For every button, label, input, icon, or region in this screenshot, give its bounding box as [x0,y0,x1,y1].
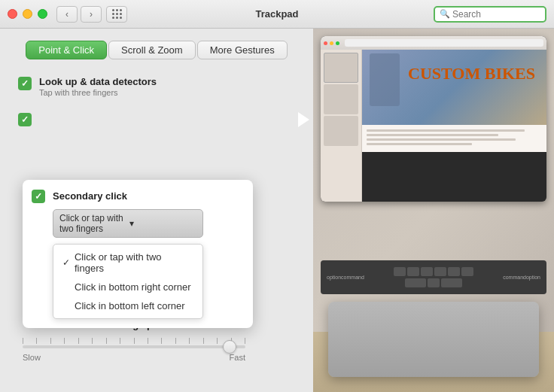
secondary-checkbox[interactable] [32,190,45,203]
minimize-button[interactable] [23,9,32,19]
menu-item-label-1: Click in bottom right corner [75,281,191,293]
slow-label: Slow [23,353,41,362]
key-2 [421,267,433,276]
check-icon: ✓ [62,257,75,268]
grid-icon [112,9,122,19]
key-0 [394,267,406,276]
website-sidebar [321,50,362,202]
lookup-text: Look up & data detectors Tap with three … [39,76,157,97]
slider-container: Slow Fast [15,338,253,362]
main-content: Point & Click Scroll & Zoom More Gesture… [0,29,554,392]
website-body [362,125,546,152]
traffic-lights [8,9,47,19]
lookup-checkbox[interactable] [18,77,32,90]
tab-point-click[interactable]: Point & Click [26,41,107,59]
keyboard-preview: option command [321,260,546,294]
trackpad-image [328,302,539,377]
text-line-3 [367,143,472,145]
hero-figure [370,53,400,106]
key-wide-1 [441,278,462,287]
keyboard-left: option [327,275,341,280]
menu-item-bottom-left[interactable]: Click in bottom left corner [53,296,202,315]
command-label-right: command [503,275,526,280]
option-label-left: option [327,275,341,280]
browser-maximize-dot [336,41,339,45]
maximize-button[interactable] [38,9,47,19]
dropdown-area: Click or tap with two fingers ▾ ✓ Click … [32,209,244,319]
right-panel: CUSTOM BIKES option [313,29,554,392]
extra-checkbox[interactable] [18,113,32,126]
grid-view-button[interactable] [106,6,127,23]
slider-thumb[interactable] [223,340,236,354]
dropdown-menu: ✓ Click or tap with two fingers Click in… [53,244,203,319]
key-1 [407,267,419,276]
keyboard-center-left: command [341,275,364,280]
text-line-0 [367,129,525,132]
lookup-item: Look up & data detectors Tap with three … [15,71,298,102]
close-button[interactable] [8,9,17,19]
desk-surface [313,332,554,392]
dropdown-selector[interactable]: Click or tap with two fingers ▾ [53,209,203,238]
menu-item-label-0: Click or tap with two fingers [75,251,193,274]
text-line-2 [367,138,516,141]
lookup-subtitle: Tap with three fingers [39,88,157,97]
tab-scroll-zoom[interactable]: Scroll & Zoom [108,41,196,59]
fast-label: Fast [230,353,245,362]
text-line-1 [367,134,498,136]
browser-close-dot [324,41,327,45]
left-panel: Point & Click Scroll & Zoom More Gesture… [0,29,313,392]
extra-checkbox-row [15,112,298,126]
lookup-title: Look up & data detectors [39,76,157,87]
slider-labels: Slow Fast [23,353,245,362]
tab-bar: Point & Click Scroll & Zoom More Gesture… [15,41,298,59]
back-button[interactable]: ‹ [56,6,78,23]
chevron-down-icon: ▾ [129,218,196,229]
browser-bar [321,36,546,50]
search-box[interactable]: 🔍 [434,6,546,23]
keyboard-center-right: command [503,275,526,280]
title-bar: ‹ › Trackpad 🔍 [0,0,554,29]
keyboard-right: option [526,275,540,280]
dropdown-selected-value: Click or tap with two fingers [59,213,126,234]
hero-image: CUSTOM BIKES [362,50,546,125]
slider-track[interactable] [23,345,245,348]
menu-item-two-fingers[interactable]: ✓ Click or tap with two fingers [53,248,202,278]
screen-preview: CUSTOM BIKES [321,36,546,202]
menu-item-label-2: Click in bottom left corner [75,300,185,311]
trackpad-preview: CUSTOM BIKES option [313,29,554,392]
search-input[interactable] [452,9,540,20]
website-main: CUSTOM BIKES [362,50,546,202]
slider-ticks [23,338,245,344]
browser-address-bar [345,39,543,47]
dropdown-popup: Secondary click Click or tap with two fi… [23,180,253,328]
website-content: CUSTOM BIKES [321,50,546,202]
thumb-item-0 [324,53,358,83]
tab-more-gestures[interactable]: More Gestures [197,41,288,59]
key-3 [434,267,446,276]
thumb-item-1 [324,84,358,114]
search-icon: 🔍 [440,9,450,19]
forward-button[interactable]: › [81,6,102,23]
browser-minimize-dot [330,41,333,45]
secondary-click-title: Secondary click [53,190,127,202]
window-title: Trackpad [255,8,298,20]
hero-text: CUSTOM BIKES [408,65,535,83]
command-label-left: command [341,275,364,280]
thumb-item-2 [324,116,358,146]
keyboard-main-keys [364,267,503,287]
menu-item-bottom-right[interactable]: Click in bottom right corner [53,278,202,296]
option-label-right: option [526,275,540,280]
key-5 [461,267,473,276]
key-6 [428,278,440,287]
key-4 [448,267,460,276]
popup-header: Secondary click [32,189,244,203]
key-wide-0 [405,278,426,287]
nav-buttons: ‹ › [56,6,102,23]
